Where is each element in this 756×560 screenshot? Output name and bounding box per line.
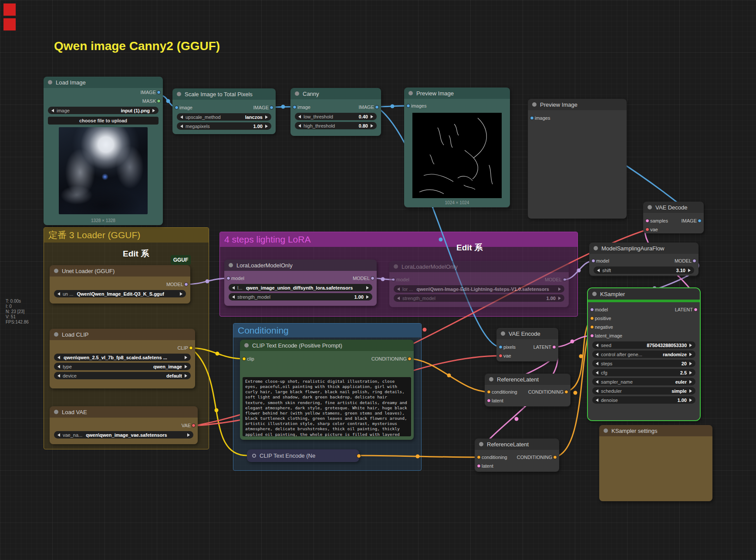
prev-arrow-icon[interactable] [57,292,60,296]
vae-output-slot[interactable] [192,424,196,428]
collapse-toggle-icon[interactable] [229,263,233,267]
next-arrow-icon[interactable] [689,398,692,402]
high-threshold-widget[interactable]: high_threshold 0.80 [295,122,377,129]
conditioning-input-slot[interactable] [487,390,491,394]
image-file-widget[interactable]: image input (1).png [48,107,159,114]
upscale-method-widget[interactable]: upscale_method lanczos [177,113,271,121]
node-vae-decode[interactable]: VAE Decode samples IMAGE vae [643,202,704,233]
image-output-slot[interactable] [375,105,379,109]
collapse-toggle-icon[interactable] [394,264,398,269]
prev-arrow-icon[interactable] [180,125,183,128]
next-arrow-icon[interactable] [689,380,692,384]
strength-model-widget[interactable]: strength_model 1.00 [394,294,564,302]
prev-arrow-icon[interactable] [596,380,598,384]
node-load-image[interactable]: Load Image IMAGE MASK image input (1).pn… [44,77,163,225]
conditioning-output-slot[interactable] [564,390,568,394]
prev-arrow-icon[interactable] [298,124,301,128]
node-clip-text-encode-negative-collapsed[interactable]: CLIP Text Encode (Ne [247,449,359,462]
image-output-slot[interactable] [157,91,161,94]
next-arrow-icon[interactable] [185,374,187,378]
collapse-toggle-icon[interactable] [48,80,52,84]
model-output-slot[interactable] [184,283,188,287]
next-arrow-icon[interactable] [185,365,187,368]
low-threshold-widget[interactable]: low_threshold 0.40 [295,113,377,120]
node-lora-loader-2-bypassed[interactable]: LoraLoaderModelOnly model MODEL lor ... … [389,261,569,307]
prev-arrow-icon[interactable] [57,365,60,368]
positive-input-slot[interactable] [590,317,594,320]
image-input-slot[interactable] [175,106,179,110]
group-loader-titlebar[interactable]: 定番 3 Loader (GGUF) [44,228,209,243]
prev-arrow-icon[interactable] [597,269,600,272]
next-arrow-icon[interactable] [689,344,692,347]
next-arrow-icon[interactable] [185,356,187,359]
latent-image-input-slot[interactable] [590,334,594,338]
pixels-input-slot[interactable] [499,345,503,349]
conditioning-output-slot[interactable] [408,357,412,361]
next-arrow-icon[interactable] [265,125,268,128]
collapse-toggle-icon[interactable] [501,331,505,336]
next-arrow-icon[interactable] [689,389,692,393]
model-input-slot[interactable] [392,278,395,282]
choose-file-button[interactable]: choose file to upload [48,117,159,125]
sampler-name-widget[interactable]: sampler_name euler [592,378,695,385]
steps-widget[interactable]: steps 20 [592,360,695,367]
prev-arrow-icon[interactable] [180,115,183,119]
strength-model-widget[interactable]: strength_model 1.00 [229,293,372,300]
collapse-toggle-icon[interactable] [592,292,597,296]
image-output-slot[interactable] [698,219,702,223]
denoise-widget[interactable]: denoise 1.00 [592,396,695,404]
lora-name-widget[interactable]: lor ... qwen\Qwen-Image-Edit-Lightning-4… [394,285,564,293]
node-preview-image-final[interactable]: Preview Image images [528,99,627,219]
next-arrow-icon[interactable] [366,295,369,299]
group-conditioning-titlebar[interactable]: Conditioning [233,324,421,337]
model-output-slot[interactable] [371,277,375,280]
red-indicator-top[interactable] [3,3,16,16]
node-preview-image-canny[interactable]: Preview Image images [404,88,510,208]
next-arrow-icon[interactable] [689,353,692,356]
prev-arrow-icon[interactable] [596,353,598,356]
clip-device-widget[interactable]: device default [54,372,191,379]
node-ksampler-settings[interactable]: KSampler settings [599,425,712,501]
node-load-vae[interactable]: Load VAE VAE vae_na... qwen\qwen_image_v… [50,406,198,444]
node-canny[interactable]: Canny image IMAGE low_threshold 0.40 hig… [290,88,381,136]
collapse-toggle-icon[interactable] [54,410,58,414]
next-arrow-icon[interactable] [187,433,190,437]
prev-arrow-icon[interactable] [57,433,60,437]
image-output-slot[interactable] [270,106,273,110]
prev-arrow-icon[interactable] [596,389,598,393]
prev-arrow-icon[interactable] [397,297,400,300]
model-output-slot[interactable] [563,278,567,282]
images-input-slot[interactable] [530,116,534,120]
next-arrow-icon[interactable] [688,269,691,272]
collapse-toggle-icon[interactable] [244,343,249,347]
latent-output-slot[interactable] [694,308,698,312]
seed-widget[interactable]: seed 875043288053330 [592,341,695,349]
prev-arrow-icon[interactable] [232,286,235,290]
collapse-toggle-icon[interactable] [604,428,608,433]
next-arrow-icon[interactable] [558,287,561,291]
prev-arrow-icon[interactable] [596,398,598,402]
node-scale-image[interactable]: Scale Image to Total Pixels image IMAGE … [172,88,276,134]
node-unet-loader[interactable]: Unet Loader (GGUF) MODEL un ... Qwen\Qwe… [50,265,190,304]
next-arrow-icon[interactable] [371,115,373,118]
red-indicator-bottom[interactable] [3,18,16,30]
next-arrow-icon[interactable] [371,124,373,128]
prev-arrow-icon[interactable] [51,109,54,112]
collapse-toggle-icon[interactable] [54,332,58,337]
node-model-sampling-auraflow[interactable]: ModelSamplingAuraFlow model MODEL shift … [589,243,699,277]
scheduler-widget[interactable]: scheduler simple [592,387,695,395]
prev-arrow-icon[interactable] [397,287,400,291]
latent-input-slot[interactable] [477,464,481,468]
image-input-slot[interactable] [293,105,297,109]
positive-prompt-textarea[interactable]: Extreme close-up shot, realistic digital… [243,377,411,436]
vae-input-slot[interactable] [645,228,649,232]
collapse-toggle-icon[interactable] [295,91,299,96]
next-arrow-icon[interactable] [558,297,561,300]
prev-arrow-icon[interactable] [57,374,60,378]
model-input-slot[interactable] [591,259,595,263]
collapse-toggle-icon[interactable] [54,269,58,273]
lora-name-widget[interactable]: l... qwen_image_union_diffsynth_lora.saf… [229,284,372,291]
conditioning-output-slot[interactable] [357,454,361,458]
clip-input-slot[interactable] [242,357,246,361]
clip-name-widget[interactable]: qwen\qwen_2.5_vl_7b_fp8_scaled.safetens … [54,354,191,361]
